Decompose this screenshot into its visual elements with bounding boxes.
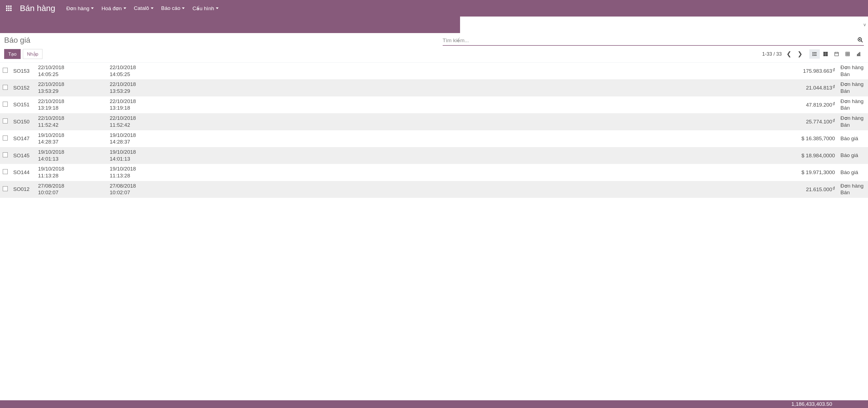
svg-rect-7 [8,10,10,11]
table-row[interactable]: SO01227/08/201810:02:0727/08/201810:02:0… [0,181,868,198]
cell-so: SO012 [10,181,35,198]
row-checkbox[interactable] [3,68,8,73]
import-button[interactable]: Nhập [23,49,42,59]
cell-so: SO144 [10,164,35,181]
svg-rect-20 [824,52,826,54]
svg-point-18 [813,55,813,56]
control-row2: Tạo Nhập 1-33 / 33 ❮ ❯ [4,49,864,59]
table-row[interactable]: SO15022/10/201811:52:4222/10/201811:52:4… [0,113,868,130]
menu-invoices[interactable]: Hoá đơn [101,5,126,11]
svg-rect-8 [10,10,11,11]
calendar-icon [834,52,839,57]
svg-rect-19 [814,55,817,56]
caret-down-icon [151,7,154,9]
kanban-icon [823,52,828,57]
cell-status: Đơn hàngBán [838,181,868,198]
svg-rect-15 [814,52,817,53]
cell-status: Báo giá [838,147,868,164]
create-button[interactable]: Tạo [4,49,21,59]
cell-amount: 47.819.200₫ [788,96,838,113]
menu-orders[interactable]: Đơn hàng [66,5,94,11]
table-row[interactable]: SO14719/10/201814:28:3719/10/201814:28:3… [0,130,868,147]
cell-status: Đơn hàngBán [838,79,868,96]
svg-point-16 [813,54,813,55]
cell-empty [151,96,788,113]
cell-confirm-date: 19/10/201814:28:37 [107,130,151,147]
cell-confirm-date: 22/10/201811:52:42 [107,113,151,130]
navbar-row1: Bán hàng Đơn hàng Hoá đơn Catalô Báo cáo… [0,0,868,16]
cell-status: Đơn hàngBán [838,96,868,113]
view-graph[interactable] [854,49,864,59]
navbar: Bán hàng Đơn hàng Hoá đơn Catalô Báo cáo… [0,0,868,33]
cell-order-date: 22/10/201811:52:42 [35,113,107,130]
row-checkbox[interactable] [3,136,8,140]
view-pivot[interactable] [842,49,853,59]
search-plus-icon [857,37,863,43]
overlay-trailing: v [864,22,866,27]
search-input[interactable] [443,37,857,43]
pager-prev[interactable]: ❮ [785,50,793,58]
control-panel: Báo giá Tạo Nhập 1-33 / 33 ❮ ❯ [0,33,868,63]
svg-rect-34 [857,54,858,56]
orders-table: SO15322/10/201814:05:2522/10/201814:05:2… [0,63,868,198]
cell-so: SO147 [10,130,35,147]
row-checkbox[interactable] [3,102,8,107]
svg-rect-4 [8,8,10,9]
cell-empty [151,164,788,181]
menu-label: Cấu hình [192,5,214,11]
apps-icon [6,5,11,11]
cell-amount: 21.044.813₫ [788,79,838,96]
table-row[interactable]: SO14419/10/201811:13:2819/10/201811:13:2… [0,164,868,181]
cell-amount: 175.983.663₫ [788,63,838,79]
view-list[interactable] [809,49,820,59]
caret-down-icon [216,7,219,9]
view-calendar[interactable] [831,49,842,59]
table-row[interactable]: SO15222/10/201813:53:2922/10/201813:53:2… [0,79,868,96]
graph-icon [856,52,861,57]
cell-order-date: 22/10/201813:19:18 [35,96,107,113]
cell-confirm-date: 22/10/201813:53:29 [107,79,151,96]
menu-config[interactable]: Cấu hình [192,5,219,11]
menu-label: Catalô [134,5,149,11]
pager-next[interactable]: ❯ [796,50,804,58]
cell-status: Đơn hàngBán [838,113,868,130]
svg-rect-36 [860,52,860,56]
table-row[interactable]: SO15322/10/201814:05:2522/10/201814:05:2… [0,63,868,79]
footer-total: 1,186,433,403.50 [792,401,832,407]
search-button[interactable] [857,37,864,44]
row-checkbox[interactable] [3,85,8,90]
menu-label: Đơn hàng [66,5,89,11]
cell-so: SO153 [10,63,35,79]
list-view: SO15322/10/201814:05:2522/10/201814:05:2… [0,63,868,407]
list-icon [812,52,817,57]
view-kanban[interactable] [820,49,831,59]
table-row[interactable]: SO14519/10/201814:01:1319/10/201814:01:1… [0,147,868,164]
cell-confirm-date: 27/08/201810:02:07 [107,181,151,198]
svg-rect-21 [826,52,828,54]
control-row1: Báo giá [4,36,864,46]
cell-order-date: 22/10/201814:05:25 [35,63,107,79]
cell-amount: $ 18.984,0000 [788,147,838,164]
cell-empty [151,79,788,96]
navbar-row2: Công ty T v [0,16,868,33]
cell-empty [151,147,788,164]
row-checkbox[interactable] [3,118,8,124]
caret-down-icon [91,7,94,9]
apps-button[interactable] [3,5,14,11]
table-row[interactable]: SO15122/10/201813:19:1822/10/201813:19:1… [0,96,868,113]
cell-status: Báo giá [838,130,868,147]
menu-catalog[interactable]: Catalô [134,5,154,11]
caret-down-icon [182,7,185,9]
row-checkbox[interactable] [3,186,8,191]
cell-so: SO151 [10,96,35,113]
svg-rect-22 [824,54,826,56]
row-checkbox[interactable] [3,152,8,157]
menu-reports[interactable]: Báo cáo [161,5,185,11]
cell-empty [151,63,788,79]
svg-rect-5 [10,8,11,9]
cell-confirm-date: 22/10/201813:19:18 [107,96,151,113]
cell-so: SO145 [10,147,35,164]
pager-value[interactable]: 1-33 / 33 [762,51,782,57]
footer-total-bar: 1,186,433,403.50 [0,400,868,408]
row-checkbox[interactable] [3,169,8,174]
